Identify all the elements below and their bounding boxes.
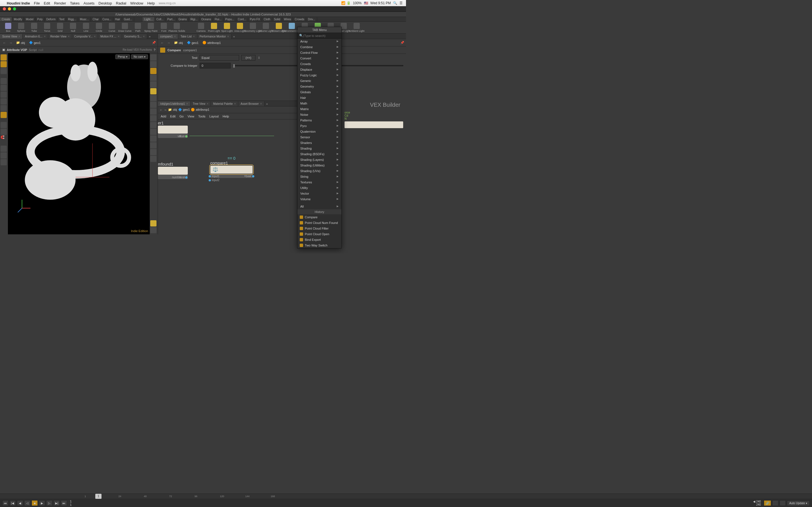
vex-node-chip[interactable] [345,121,403,128]
display-opt[interactable] [150,81,156,88]
reload-vex-button[interactable]: Re-load VEX Functions [123,48,152,51]
tool-volumelight[interactable]: Volume Light [259,23,272,33]
tool-btn[interactable] [1,122,7,128]
shelf-tab[interactable]: Cont... [236,17,248,21]
tool-btn[interactable] [1,112,7,118]
pin-icon[interactable]: 📌 [400,41,404,45]
display-opt[interactable] [150,61,156,67]
zoom-window[interactable] [13,7,16,10]
shelf-tab[interactable]: Popu... [223,17,236,21]
display-opt[interactable] [150,129,156,135]
tab-renderview[interactable]: Render View× [48,34,72,39]
shelf-tab-lights[interactable]: Light... [143,17,155,21]
tool-drawcurve[interactable]: Draw Curve [118,23,132,33]
shelf-tab[interactable]: Crowds [293,17,306,21]
select-tool[interactable] [1,54,7,61]
shelf-tab[interactable]: Flui... [213,17,223,21]
tool-grid[interactable]: Grid [54,23,66,33]
move-tool[interactable] [1,61,7,67]
tab-category[interactable]: Displace▶ [297,67,342,72]
test-dropdown[interactable]: Equal [200,55,239,61]
tab-compositeview[interactable]: Composite V...× [72,34,98,39]
tab-category[interactable]: Matrix▶ [297,106,342,112]
tab-category[interactable]: Shading▶ [297,146,342,151]
tab-category[interactable]: Quaternion▶ [297,129,342,134]
tool-btn[interactable] [1,159,7,165]
tab-perfmon[interactable]: Performance Monitor× [197,34,232,39]
tab-category[interactable]: String▶ [297,174,342,179]
add-tab[interactable]: + [147,34,152,39]
tab-category[interactable]: Control Flow▶ [297,50,342,55]
compare-int-field[interactable]: 0 [200,63,231,68]
tab-compare1[interactable]: compare1× [158,34,178,39]
menu-radial[interactable]: Radial [116,1,126,5]
op-name-field[interactable]: compare1 [183,48,197,52]
tab-history-item[interactable]: Two Way Switch [297,242,342,248]
display-opt[interactable] [150,102,156,108]
menu-desktop[interactable]: Desktop [98,1,112,5]
display-opt[interactable] [150,122,156,128]
net-menu-layout[interactable]: Layout [209,115,219,118]
scene-viewport[interactable]: 🧲 Persp ▾ No cam ▾ [0,53,158,234]
tab-sceneview[interactable]: Scene View× [0,34,22,39]
net-menu-tools[interactable]: Tools [198,115,206,118]
tab-category[interactable]: Array▶ [297,39,342,44]
display-opt[interactable] [150,142,156,149]
tab-history-item[interactable]: Bind Export [297,237,342,242]
nav-fwd-icon[interactable]: → [164,108,167,112]
tab-category[interactable]: Patterns▶ [297,117,342,123]
tab-network[interactable]: /obj/geo1/attribvop1× [158,101,191,106]
shelf-tab[interactable]: Pyro FX [248,17,262,21]
display-opt[interactable] [150,220,156,226]
tab-motionfx[interactable]: Motion FX ...× [98,34,122,39]
display-opt[interactable] [150,95,156,101]
tab-category[interactable]: Shading (UVs)▶ [297,168,342,174]
tool-btn[interactable] [1,98,7,105]
display-opt[interactable] [150,156,156,162]
net-menu-help[interactable]: Help [223,115,229,118]
display-opt[interactable] [150,54,156,61]
tab-category[interactable]: Utility▶ [297,185,342,191]
path-geo1[interactable]: 🔷 geo1 [186,41,200,45]
app-name[interactable]: Houdini Indie [7,1,30,5]
tab-category[interactable]: Convert▶ [297,55,342,61]
path-obj[interactable]: 📁 obj [15,41,27,45]
tab-category[interactable]: Sensor▶ [297,134,342,140]
tool-envlight[interactable]: Environment Light [285,23,298,33]
pin-icon[interactable]: 📌 [152,41,156,45]
shelf-tab[interactable]: Char [91,17,101,21]
display-opt[interactable] [150,227,156,233]
tab-category[interactable]: Globals▶ [297,89,342,95]
tab-matpalette[interactable]: Material Palette× [211,101,238,106]
shelf-tab[interactable]: Cons... [101,17,113,21]
tab-cat-all[interactable]: All▶ [297,204,342,209]
notification-icon[interactable]: ☰ [400,1,403,5]
rotate-tool[interactable] [1,68,7,74]
display-opt[interactable] [150,108,156,115]
tab-category[interactable]: Geometry▶ [297,83,342,89]
tab-category[interactable]: Shading (Utilities)▶ [297,163,342,168]
tool-line[interactable]: Line [80,23,93,33]
tool-torus[interactable]: Torus [41,23,54,33]
node-compare1[interactable]: == 0 compare1 ⚖️ input1 input2 bool ≡— [210,156,253,178]
shelf-tab[interactable]: Wires [282,17,293,21]
menu-edit[interactable]: Edit [44,1,50,5]
tool-platonic[interactable]: Platonic Solids [170,23,183,33]
net-menu-go[interactable]: Go [180,115,184,118]
tool-pointlight[interactable]: Point Light [207,23,220,33]
add-tab[interactable]: + [264,102,269,106]
shelf-tab[interactable]: Oceans [200,17,213,21]
tab-category[interactable]: Shading (BSDFs)▶ [297,151,342,157]
display-opt[interactable] [150,149,156,155]
shelf-tab[interactable]: Cloth [262,17,272,21]
shelf-tab[interactable]: Rigi... [189,17,200,21]
tool-btn[interactable] [1,85,7,91]
menu-assets[interactable]: Assets [84,1,94,5]
tab-anim[interactable]: Animation E...× [22,34,48,39]
tool-spraypaint[interactable]: Spray Paint [144,23,157,33]
shelf-tab[interactable]: Grains [177,17,189,21]
tab-category[interactable]: Fuzzy Logic▶ [297,72,342,78]
display-opt[interactable] [150,135,156,142]
shelf-tab[interactable]: Coll... [155,17,166,21]
display-opt[interactable] [150,75,156,81]
